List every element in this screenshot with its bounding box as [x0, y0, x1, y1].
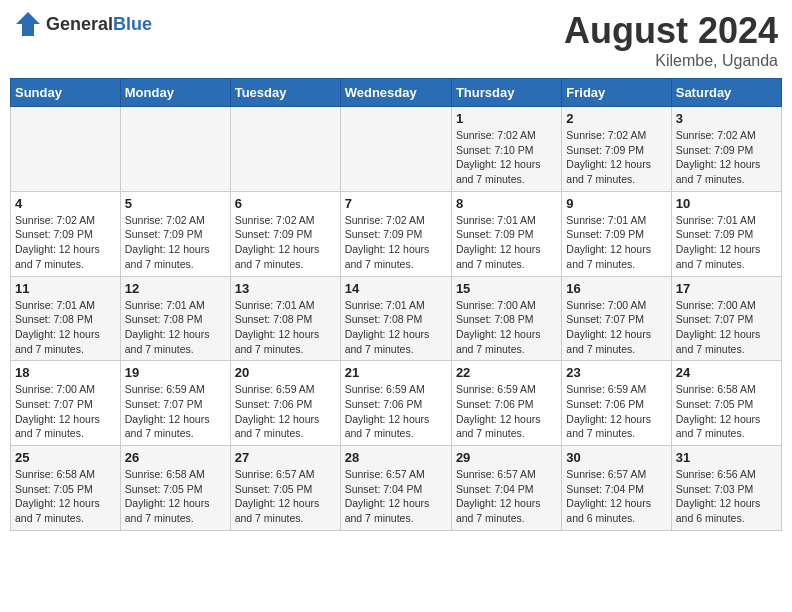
day-info: Sunrise: 7:00 AM Sunset: 7:07 PM Dayligh…: [566, 298, 666, 357]
calendar-cell: 6Sunrise: 7:02 AM Sunset: 7:09 PM Daylig…: [230, 191, 340, 276]
day-number: 11: [15, 281, 116, 296]
day-info: Sunrise: 6:58 AM Sunset: 7:05 PM Dayligh…: [125, 467, 226, 526]
day-info: Sunrise: 7:02 AM Sunset: 7:09 PM Dayligh…: [345, 213, 447, 272]
day-info: Sunrise: 7:01 AM Sunset: 7:09 PM Dayligh…: [676, 213, 777, 272]
calendar-week-row: 25Sunrise: 6:58 AM Sunset: 7:05 PM Dayli…: [11, 446, 782, 531]
day-number: 27: [235, 450, 336, 465]
calendar-cell: 20Sunrise: 6:59 AM Sunset: 7:06 PM Dayli…: [230, 361, 340, 446]
day-number: 13: [235, 281, 336, 296]
subtitle: Kilembe, Uganda: [564, 52, 778, 70]
day-info: Sunrise: 7:00 AM Sunset: 7:07 PM Dayligh…: [15, 382, 116, 441]
day-of-week-header: Thursday: [451, 79, 561, 107]
day-number: 23: [566, 365, 666, 380]
day-of-week-header: Monday: [120, 79, 230, 107]
day-info: Sunrise: 6:57 AM Sunset: 7:04 PM Dayligh…: [456, 467, 557, 526]
day-number: 31: [676, 450, 777, 465]
day-number: 14: [345, 281, 447, 296]
day-number: 28: [345, 450, 447, 465]
calendar-cell: 12Sunrise: 7:01 AM Sunset: 7:08 PM Dayli…: [120, 276, 230, 361]
day-number: 22: [456, 365, 557, 380]
day-info: Sunrise: 6:56 AM Sunset: 7:03 PM Dayligh…: [676, 467, 777, 526]
calendar-cell: 31Sunrise: 6:56 AM Sunset: 7:03 PM Dayli…: [671, 446, 781, 531]
day-number: 25: [15, 450, 116, 465]
day-number: 10: [676, 196, 777, 211]
day-info: Sunrise: 6:58 AM Sunset: 7:05 PM Dayligh…: [15, 467, 116, 526]
calendar-cell: 7Sunrise: 7:02 AM Sunset: 7:09 PM Daylig…: [340, 191, 451, 276]
day-info: Sunrise: 6:57 AM Sunset: 7:04 PM Dayligh…: [345, 467, 447, 526]
title-block: August 2024 Kilembe, Uganda: [564, 10, 778, 70]
day-of-week-header: Wednesday: [340, 79, 451, 107]
day-number: 2: [566, 111, 666, 126]
calendar-cell: 11Sunrise: 7:01 AM Sunset: 7:08 PM Dayli…: [11, 276, 121, 361]
day-info: Sunrise: 7:01 AM Sunset: 7:09 PM Dayligh…: [566, 213, 666, 272]
day-number: 1: [456, 111, 557, 126]
calendar-cell: 8Sunrise: 7:01 AM Sunset: 7:09 PM Daylig…: [451, 191, 561, 276]
calendar-cell: 22Sunrise: 6:59 AM Sunset: 7:06 PM Dayli…: [451, 361, 561, 446]
calendar-week-row: 18Sunrise: 7:00 AM Sunset: 7:07 PM Dayli…: [11, 361, 782, 446]
logo-blue: Blue: [113, 14, 152, 34]
calendar-cell: 19Sunrise: 6:59 AM Sunset: 7:07 PM Dayli…: [120, 361, 230, 446]
day-number: 29: [456, 450, 557, 465]
calendar-week-row: 11Sunrise: 7:01 AM Sunset: 7:08 PM Dayli…: [11, 276, 782, 361]
day-number: 15: [456, 281, 557, 296]
day-info: Sunrise: 7:02 AM Sunset: 7:09 PM Dayligh…: [15, 213, 116, 272]
day-number: 6: [235, 196, 336, 211]
day-info: Sunrise: 6:59 AM Sunset: 7:07 PM Dayligh…: [125, 382, 226, 441]
calendar-week-row: 4Sunrise: 7:02 AM Sunset: 7:09 PM Daylig…: [11, 191, 782, 276]
day-info: Sunrise: 7:02 AM Sunset: 7:09 PM Dayligh…: [566, 128, 666, 187]
day-number: 24: [676, 365, 777, 380]
day-info: Sunrise: 6:57 AM Sunset: 7:04 PM Dayligh…: [566, 467, 666, 526]
day-number: 5: [125, 196, 226, 211]
day-number: 4: [15, 196, 116, 211]
calendar-cell: 4Sunrise: 7:02 AM Sunset: 7:09 PM Daylig…: [11, 191, 121, 276]
day-number: 3: [676, 111, 777, 126]
calendar-cell: 15Sunrise: 7:00 AM Sunset: 7:08 PM Dayli…: [451, 276, 561, 361]
calendar-cell: 28Sunrise: 6:57 AM Sunset: 7:04 PM Dayli…: [340, 446, 451, 531]
calendar-cell: 5Sunrise: 7:02 AM Sunset: 7:09 PM Daylig…: [120, 191, 230, 276]
day-info: Sunrise: 6:58 AM Sunset: 7:05 PM Dayligh…: [676, 382, 777, 441]
day-info: Sunrise: 7:01 AM Sunset: 7:08 PM Dayligh…: [235, 298, 336, 357]
day-number: 16: [566, 281, 666, 296]
day-number: 21: [345, 365, 447, 380]
calendar-cell: [230, 107, 340, 192]
svg-marker-0: [16, 12, 40, 36]
day-info: Sunrise: 6:59 AM Sunset: 7:06 PM Dayligh…: [345, 382, 447, 441]
day-info: Sunrise: 7:01 AM Sunset: 7:08 PM Dayligh…: [125, 298, 226, 357]
day-info: Sunrise: 7:02 AM Sunset: 7:09 PM Dayligh…: [676, 128, 777, 187]
day-number: 8: [456, 196, 557, 211]
calendar-header-row: SundayMondayTuesdayWednesdayThursdayFrid…: [11, 79, 782, 107]
calendar-cell: [340, 107, 451, 192]
day-info: Sunrise: 6:59 AM Sunset: 7:06 PM Dayligh…: [566, 382, 666, 441]
calendar-cell: [11, 107, 121, 192]
calendar-cell: 17Sunrise: 7:00 AM Sunset: 7:07 PM Dayli…: [671, 276, 781, 361]
day-of-week-header: Tuesday: [230, 79, 340, 107]
day-info: Sunrise: 6:59 AM Sunset: 7:06 PM Dayligh…: [235, 382, 336, 441]
calendar-cell: 16Sunrise: 7:00 AM Sunset: 7:07 PM Dayli…: [562, 276, 671, 361]
logo: GeneralBlue: [14, 10, 152, 38]
day-info: Sunrise: 6:57 AM Sunset: 7:05 PM Dayligh…: [235, 467, 336, 526]
calendar-cell: 18Sunrise: 7:00 AM Sunset: 7:07 PM Dayli…: [11, 361, 121, 446]
page-header: GeneralBlue August 2024 Kilembe, Uganda: [10, 10, 782, 70]
day-info: Sunrise: 7:01 AM Sunset: 7:09 PM Dayligh…: [456, 213, 557, 272]
day-info: Sunrise: 7:01 AM Sunset: 7:08 PM Dayligh…: [345, 298, 447, 357]
main-title: August 2024: [564, 10, 778, 52]
day-number: 19: [125, 365, 226, 380]
calendar-cell: 10Sunrise: 7:01 AM Sunset: 7:09 PM Dayli…: [671, 191, 781, 276]
day-info: Sunrise: 7:00 AM Sunset: 7:08 PM Dayligh…: [456, 298, 557, 357]
calendar-cell: 9Sunrise: 7:01 AM Sunset: 7:09 PM Daylig…: [562, 191, 671, 276]
calendar-table: SundayMondayTuesdayWednesdayThursdayFrid…: [10, 78, 782, 531]
calendar-cell: 24Sunrise: 6:58 AM Sunset: 7:05 PM Dayli…: [671, 361, 781, 446]
calendar-week-row: 1Sunrise: 7:02 AM Sunset: 7:10 PM Daylig…: [11, 107, 782, 192]
logo-icon: [14, 10, 42, 38]
calendar-cell: 27Sunrise: 6:57 AM Sunset: 7:05 PM Dayli…: [230, 446, 340, 531]
day-number: 7: [345, 196, 447, 211]
calendar-cell: 1Sunrise: 7:02 AM Sunset: 7:10 PM Daylig…: [451, 107, 561, 192]
day-number: 12: [125, 281, 226, 296]
calendar-cell: 21Sunrise: 6:59 AM Sunset: 7:06 PM Dayli…: [340, 361, 451, 446]
day-number: 26: [125, 450, 226, 465]
calendar-cell: 14Sunrise: 7:01 AM Sunset: 7:08 PM Dayli…: [340, 276, 451, 361]
calendar-cell: 13Sunrise: 7:01 AM Sunset: 7:08 PM Dayli…: [230, 276, 340, 361]
day-number: 9: [566, 196, 666, 211]
calendar-cell: 2Sunrise: 7:02 AM Sunset: 7:09 PM Daylig…: [562, 107, 671, 192]
logo-general: General: [46, 14, 113, 34]
